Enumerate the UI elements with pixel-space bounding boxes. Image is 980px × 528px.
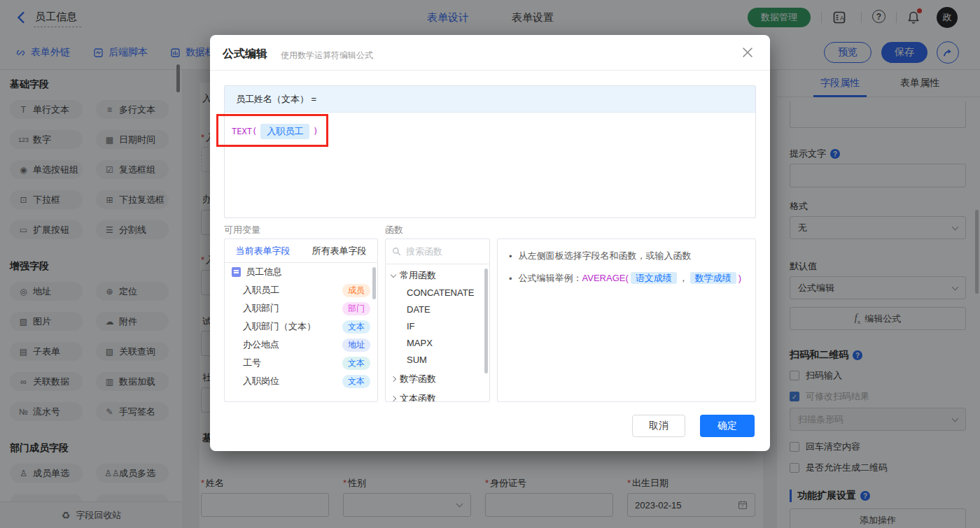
- function-group-math[interactable]: 数学函数: [386, 371, 489, 387]
- variables-label: 可用变量: [224, 224, 260, 236]
- variable-item[interactable]: 办公地点地址: [225, 336, 377, 354]
- modal-subtitle: 使用数学运算符编辑公式: [281, 50, 373, 62]
- search-icon: [392, 247, 401, 256]
- function-search-input[interactable]: [406, 246, 476, 257]
- formula-edit-modal: 公式编辑 使用数学运算符编辑公式 员工姓名（文本） = TEXT( 入职员工 )…: [210, 35, 770, 451]
- function-search: [386, 239, 489, 264]
- tab-all-form-fields[interactable]: 所有表单字段: [312, 245, 367, 257]
- formula-editor[interactable]: 员工姓名（文本） = TEXT( 入职员工 ): [224, 85, 756, 218]
- type-badge: 成员: [342, 284, 370, 297]
- functions-scrollbar[interactable]: [484, 269, 488, 373]
- function-group-text[interactable]: 文本函数: [386, 390, 489, 402]
- tips-panel: • 从左侧面板选择字段名和函数，或输入函数 • 公式编辑举例：AVERAGE(语…: [497, 238, 756, 402]
- close-icon[interactable]: [741, 45, 755, 59]
- confirm-button[interactable]: 确定: [700, 415, 755, 437]
- function-token: AVERAGE(: [582, 273, 629, 283]
- type-badge: 文本: [342, 320, 370, 334]
- function-item[interactable]: IF: [386, 317, 489, 334]
- variable-tree-root[interactable]: 员工信息: [225, 263, 377, 281]
- type-badge: 文本: [342, 375, 370, 388]
- variable-item[interactable]: 入职员工成员: [225, 281, 377, 299]
- form-doc-icon: [232, 267, 241, 277]
- field-token: 数学成绩: [690, 272, 736, 284]
- function-item[interactable]: SUM: [386, 351, 489, 368]
- chevron-right-icon: [391, 376, 396, 382]
- bullet: •: [509, 250, 512, 263]
- tip-text: 从左侧面板选择字段名和函数，或输入函数: [519, 250, 692, 263]
- app-root: 员工信息 表单设计 表单设置 数据管理 A ? 政 表单外链 后端脚本 数据权 …: [0, 0, 980, 528]
- variable-item[interactable]: 入职岗位文本: [225, 372, 377, 390]
- cancel-button[interactable]: 取消: [632, 415, 685, 437]
- type-badge: 地址: [342, 338, 370, 352]
- chevron-down-icon: [391, 271, 396, 277]
- variables-panel: 当前表单字段 所有表单字段 员工信息 入职员工成员 入职部门部门 入职部门（文本…: [224, 238, 378, 402]
- variables-scrollbar[interactable]: [372, 267, 376, 299]
- function-group-common[interactable]: 常用函数: [386, 267, 489, 284]
- type-badge: 文本: [342, 357, 370, 370]
- type-badge: 部门: [342, 302, 370, 315]
- tab-current-form-fields[interactable]: 当前表单字段: [236, 245, 290, 257]
- annotation-highlight-box: [216, 114, 328, 147]
- functions-label: 函数: [385, 224, 403, 236]
- tip-example: 公式编辑举例：AVERAGE(语文成绩，数学成绩): [519, 272, 742, 285]
- function-item[interactable]: DATE: [386, 301, 489, 317]
- variable-item[interactable]: 入职部门部门: [225, 299, 377, 317]
- field-token: 语文成绩: [631, 272, 677, 284]
- function-item[interactable]: MAPX: [386, 334, 489, 351]
- variable-item[interactable]: 入职部门（文本）文本: [225, 317, 377, 336]
- bullet: •: [509, 273, 512, 285]
- variable-item[interactable]: 工号文本: [225, 354, 377, 372]
- divider: [210, 70, 770, 71]
- chevron-right-icon: [391, 396, 396, 401]
- function-item[interactable]: CONCATENATE: [386, 284, 489, 301]
- paren-token: ): [738, 273, 741, 283]
- functions-panel: 常用函数 CONCATENATE DATE IF MAPX SUM 数学函数 文…: [385, 238, 490, 402]
- formula-target: 员工姓名（文本） =: [225, 86, 755, 113]
- modal-title: 公式编辑: [223, 47, 267, 62]
